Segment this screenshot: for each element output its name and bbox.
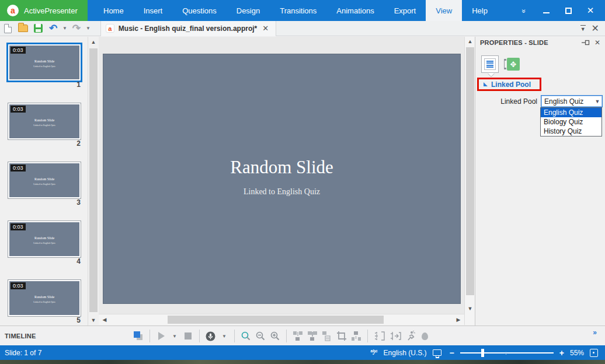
scrollbar-thumb[interactable] [168,316,384,324]
thumb-slide-title: Random Slide [9,118,79,122]
canvas-vertical-scrollbar[interactable]: ▲ ▼ [464,37,475,325]
play-dropdown-caret-icon[interactable]: ▼ [171,334,179,339]
maximize-button[interactable] [559,3,577,18]
record-narration-button[interactable] [206,329,216,343]
slide-editing-area[interactable]: Random Slide Linked to English Quiz [103,54,461,304]
new-document-button[interactable] [0,22,15,35]
menu-item-home[interactable]: Home [93,0,134,21]
document-tab-close-icon[interactable]: ✕ [261,24,270,33]
slides-scrollbar[interactable]: ▲ ▼ [88,37,98,326]
slide-thumbnail-image[interactable]: 0:03 Random Slide Linked to English Quiz [8,103,81,139]
menu-item-transitions[interactable]: Transitions [270,0,326,21]
slide-title-text[interactable]: Random Slide [103,157,460,178]
collapse-ribbon-icon[interactable]: » [515,3,533,18]
presentation-preview-icon[interactable] [433,349,441,356]
close-button[interactable]: ✕ [582,3,599,18]
slide-duration-badge: 0:03 [11,47,26,54]
linked-pool-dropdown[interactable]: English Quiz ▼ [541,95,603,107]
open-project-button[interactable] [15,22,30,35]
panes-layout-button[interactable] [133,329,144,343]
menu-item-help[interactable]: Help [462,0,498,21]
menu-item-design[interactable]: Design [227,0,270,21]
undo-dropdown-caret-icon[interactable]: ▼ [61,26,69,31]
insert-time-button[interactable] [351,329,361,343]
scroll-left-icon[interactable]: ◀ [100,315,109,324]
scroll-down-icon[interactable]: ▼ [89,315,98,325]
thumb-slide-title: Random Slide [9,60,79,63]
audio-fade-button[interactable] [420,329,430,343]
language-label[interactable]: English (U.S.) [384,349,427,357]
pin-panel-icon[interactable] [582,40,590,46]
collapse-tracks-icon [390,331,401,341]
slide-subtitle-text[interactable]: Linked to English Quiz [103,187,460,197]
slide-thumbnail-image[interactable]: 0:03 Random Slide Linked to English Quiz [8,162,81,198]
slide-thumbnail-image[interactable]: 0:03 Random Slide Linked to English Quiz [8,280,81,316]
zoom-in-button[interactable]: + [559,348,564,358]
panel-close-icon[interactable]: ✕ [592,23,599,34]
linked-pool-section-header[interactable]: Linked Pool [491,80,531,89]
record-dropdown-caret-icon[interactable]: ▼ [220,334,228,339]
zoom-slider-handle[interactable] [481,349,484,357]
close-panel-icon[interactable]: ✕ [594,38,600,47]
slide-thumbnail-2[interactable]: 0:03 Random Slide Linked to English Quiz… [8,103,81,139]
app-name: ActivePresenter [24,6,78,15]
thumb-slide-subtitle: Linked to English Quiz [9,183,79,186]
slide-canvas[interactable]: Random Slide Linked to English Quiz [99,37,464,314]
tab-slide-properties[interactable] [481,55,499,73]
dropdown-option-english-quiz[interactable]: English Quiz [541,108,601,117]
dock-panel-icon[interactable]: ▼ [580,25,586,32]
scroll-up-icon[interactable]: ▲ [465,37,475,46]
delete-range-button[interactable] [322,329,332,343]
menu-item-animations[interactable]: Animations [326,0,384,21]
slide-duration-badge: 0:03 [11,106,26,113]
collapse-all-tracks-button[interactable] [390,329,401,343]
fit-to-window-icon[interactable] [590,349,598,357]
dropdown-option-biology-quiz[interactable]: Biology Quiz [541,117,601,127]
minimize-button[interactable] [537,3,555,18]
menu-item-export[interactable]: Export [384,0,426,21]
section-expanded-icon[interactable] [484,82,488,86]
app-logo-area: a ActivePresenter [0,0,88,21]
slide-thumbnail-1[interactable]: 0:03 Random Slide Linked to English Quiz… [8,44,81,80]
slide-counter: Slide: 1 of 7 [0,349,41,357]
tab-size-position[interactable]: ✥ [505,55,522,73]
slide-thumbnail-image[interactable]: 0:03 Random Slide Linked to English Quiz [8,44,81,80]
stop-button[interactable] [183,329,193,343]
scroll-down-icon[interactable]: ▼ [465,304,475,313]
redo-button[interactable]: ↷ [69,22,84,35]
spell-check-icon[interactable]: abc✓ [371,350,378,356]
zoom-in-button[interactable] [270,329,280,343]
zoom-selection-button[interactable] [241,329,251,343]
slide-thumbnail-5[interactable]: 0:03 Random Slide Linked to English Quiz… [8,280,81,316]
save-button[interactable] [30,22,46,35]
menu-item-questions[interactable]: Questions [172,0,227,21]
menu-item-view[interactable]: View [426,0,462,21]
slide-thumbnail-3[interactable]: 0:03 Random Slide Linked to English Quiz… [8,162,81,198]
zoom-slider[interactable]: + [460,349,554,357]
expand-all-tracks-button[interactable] [374,329,385,343]
slide-duration-badge: 0:03 [11,164,26,172]
slide-thumbnail-image[interactable]: 0:03 Random Slide Linked to English Quiz [8,221,81,257]
scrollbar-thumb[interactable] [89,48,98,312]
crop-range-button[interactable] [336,329,347,343]
crop-icon [336,331,347,341]
dropdown-option-history-quiz[interactable]: History Quiz [541,127,601,136]
document-tab[interactable]: a Music - English quiz_final version.app… [100,21,276,36]
split-audio-video-button[interactable] [293,329,303,343]
slide-number: 5 [8,316,81,324]
slide-thumbnail-4[interactable]: 0:03 Random Slide Linked to English Quiz… [8,221,81,257]
scroll-up-icon[interactable]: ▲ [89,37,98,47]
menu-item-insert[interactable]: Insert [134,0,173,21]
zoom-out-button[interactable] [255,329,266,343]
scrollbar-thumb[interactable] [466,47,474,295]
zoom-out-button[interactable]: − [450,348,454,358]
preview-animation-button[interactable] [405,329,416,343]
canvas-horizontal-scrollbar[interactable]: ◀ ▶ [99,314,464,325]
undo-button[interactable]: ↶ [46,22,61,35]
redo-dropdown-caret-icon[interactable]: ▼ [84,26,92,31]
join-audio-video-button[interactable] [307,329,318,343]
zoom-selection-icon [241,331,251,341]
timeline-more-icon[interactable]: » [593,328,597,337]
play-button[interactable] [156,329,166,343]
scroll-right-icon[interactable]: ▶ [454,315,463,324]
